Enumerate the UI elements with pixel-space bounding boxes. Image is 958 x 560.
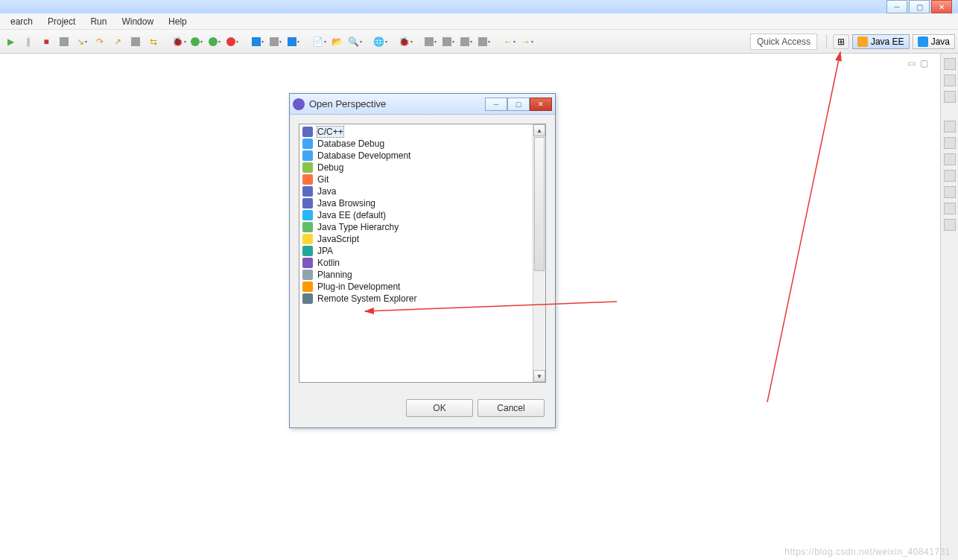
jpa-icon xyxy=(302,246,313,256)
launch3-icon[interactable] xyxy=(459,34,474,49)
disconnect-icon[interactable] xyxy=(57,34,72,49)
list-item[interactable]: Kotlin xyxy=(301,257,531,269)
planning-icon xyxy=(302,270,313,280)
data-icon[interactable] xyxy=(944,203,956,214)
eclipse-icon xyxy=(293,98,305,110)
right-trim-stack xyxy=(940,54,958,560)
list-item-label: JavaScript xyxy=(317,234,359,244)
step-into-icon[interactable]: ↘ xyxy=(74,34,89,49)
menu-window[interactable]: Window xyxy=(114,15,161,28)
stop-icon[interactable]: ■ xyxy=(39,34,54,49)
run-icon[interactable] xyxy=(189,34,204,49)
js-icon xyxy=(302,234,313,244)
list-item-label: Remote System Explorer xyxy=(317,293,416,304)
step-return-icon[interactable]: ↗ xyxy=(110,34,125,49)
launch4-icon[interactable] xyxy=(477,34,492,49)
window-minimize-button[interactable]: ─ xyxy=(886,0,907,13)
problems-icon[interactable] xyxy=(944,170,956,182)
cancel-button[interactable]: Cancel xyxy=(478,399,545,417)
list-item-label: Git xyxy=(317,174,329,185)
external-icon[interactable] xyxy=(225,34,240,49)
list-item-label: Kotlin xyxy=(317,258,340,268)
globe-icon[interactable]: 🌐 xyxy=(372,34,387,49)
list-item-label: Database Debug xyxy=(317,139,384,149)
open-folder-icon[interactable]: 📂 xyxy=(329,34,344,49)
step-over-icon[interactable]: ↷ xyxy=(92,34,107,49)
list-item[interactable]: Planning xyxy=(301,269,531,281)
list-item-label: JPA xyxy=(317,246,333,256)
window-maximize-button[interactable]: ▢ xyxy=(909,0,930,13)
perspective-listbox[interactable]: C/C++Database DebugDatabase DevelopmentD… xyxy=(299,124,533,382)
use-step-icon[interactable]: ⇆ xyxy=(146,34,161,49)
new-sql-icon[interactable] xyxy=(286,34,301,49)
outline-icon[interactable] xyxy=(944,74,956,86)
list-item[interactable]: JPA xyxy=(301,245,531,257)
launch2-icon[interactable] xyxy=(441,34,456,49)
list-item[interactable]: Database Development xyxy=(301,150,531,162)
git-icon xyxy=(302,174,313,185)
list-item[interactable]: Debug xyxy=(301,162,531,174)
back-icon[interactable]: ← xyxy=(502,34,517,49)
restore-icon[interactable] xyxy=(944,58,956,70)
console-icon[interactable] xyxy=(944,153,956,165)
maximize-view-icon[interactable]: ▢ xyxy=(920,58,928,69)
scroll-thumb[interactable] xyxy=(534,137,545,271)
scroll-down-button[interactable]: ▼ xyxy=(533,370,545,382)
dialog-title-bar[interactable]: Open Perspective ─ ▢ ✕ xyxy=(290,94,555,115)
list-scrollbar[interactable]: ▲ ▼ xyxy=(533,124,545,382)
new-conn-icon[interactable] xyxy=(268,34,283,49)
play-icon[interactable]: ▶ xyxy=(3,34,18,49)
search-icon[interactable]: 🔍 xyxy=(347,34,362,49)
window-close-button[interactable]: ✕ xyxy=(931,0,952,13)
db-dev-icon xyxy=(302,150,313,161)
menu-project[interactable]: Project xyxy=(40,15,83,28)
list-item[interactable]: Java Browsing xyxy=(301,197,531,209)
minimize-view-icon[interactable]: ▭ xyxy=(907,58,916,69)
javaee-icon xyxy=(857,36,868,47)
new-icon[interactable]: 📄 xyxy=(311,34,326,49)
open-perspective-icon[interactable]: ⊞ xyxy=(833,34,849,49)
dialog-maximize-button[interactable]: ▢ xyxy=(507,98,530,111)
debug2-icon[interactable]: 🐞 xyxy=(398,34,413,49)
list-item[interactable]: Java xyxy=(301,185,531,197)
list-item[interactable]: Database Debug xyxy=(301,138,531,150)
perspective-java-ee[interactable]: Java EE xyxy=(852,34,910,49)
watermark-text: https://blog.csdn.net/weixin_40841731 xyxy=(784,547,951,557)
quick-access-input[interactable]: Quick Access xyxy=(750,34,817,50)
db-debug-icon xyxy=(302,139,313,149)
list-item[interactable]: Plug-in Development xyxy=(301,281,531,293)
servers-icon[interactable] xyxy=(944,137,956,149)
ok-button[interactable]: OK xyxy=(406,399,473,417)
java-icon xyxy=(302,186,313,197)
drop-frame-icon[interactable] xyxy=(128,34,143,49)
new-server-icon[interactable] xyxy=(250,34,265,49)
progress-icon[interactable] xyxy=(944,186,956,198)
list-item-label: Plug-in Development xyxy=(317,281,400,292)
run-last-icon[interactable] xyxy=(207,34,222,49)
list-item[interactable]: Java Type Hierarchy xyxy=(301,221,531,233)
menu-bar: earch Project Run Window Help xyxy=(0,13,958,30)
list-item[interactable]: Java EE (default) xyxy=(301,209,531,221)
list-item-label: Debug xyxy=(317,162,343,173)
pause-icon[interactable]: ∥ xyxy=(21,34,36,49)
c-icon xyxy=(302,127,313,137)
menu-run[interactable]: Run xyxy=(83,15,114,28)
launch-icon[interactable] xyxy=(423,34,438,49)
tasklist-icon[interactable] xyxy=(944,91,956,103)
dialog-close-button[interactable]: ✕ xyxy=(530,98,552,111)
debug-icon[interactable]: 🐞 xyxy=(171,34,186,49)
list-item-label: C/C++ xyxy=(317,127,343,137)
snippets-icon[interactable] xyxy=(944,219,956,231)
dialog-minimize-button[interactable]: ─ xyxy=(485,98,507,111)
list-item[interactable]: C/C++ xyxy=(301,126,531,138)
menu-search[interactable]: earch xyxy=(3,15,40,28)
list-item[interactable]: Git xyxy=(301,174,531,185)
list-item[interactable]: Remote System Explorer xyxy=(301,293,531,305)
forward-icon[interactable]: → xyxy=(520,34,535,49)
scroll-up-button[interactable]: ▲ xyxy=(533,124,545,136)
list-item[interactable]: JavaScript xyxy=(301,233,531,245)
restore2-icon[interactable] xyxy=(944,121,956,133)
hierarchy-icon xyxy=(302,222,313,232)
perspective-java[interactable]: Java xyxy=(913,34,955,49)
menu-help[interactable]: Help xyxy=(161,15,194,28)
